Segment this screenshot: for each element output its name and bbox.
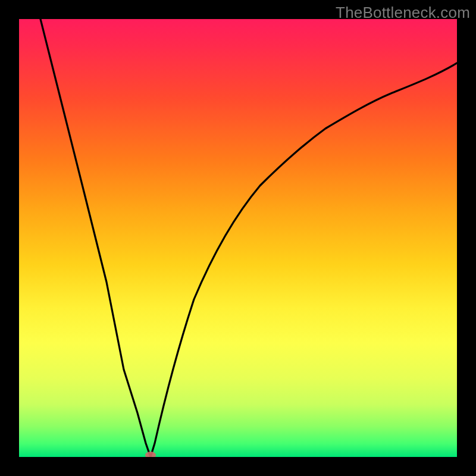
plot-area [19,19,457,457]
watermark-text: TheBottleneck.com [336,4,470,22]
bottleneck-curve [40,19,457,457]
curve-svg [19,19,457,457]
minimum-marker [145,452,156,457]
chart-frame: TheBottleneck.com [0,0,476,476]
